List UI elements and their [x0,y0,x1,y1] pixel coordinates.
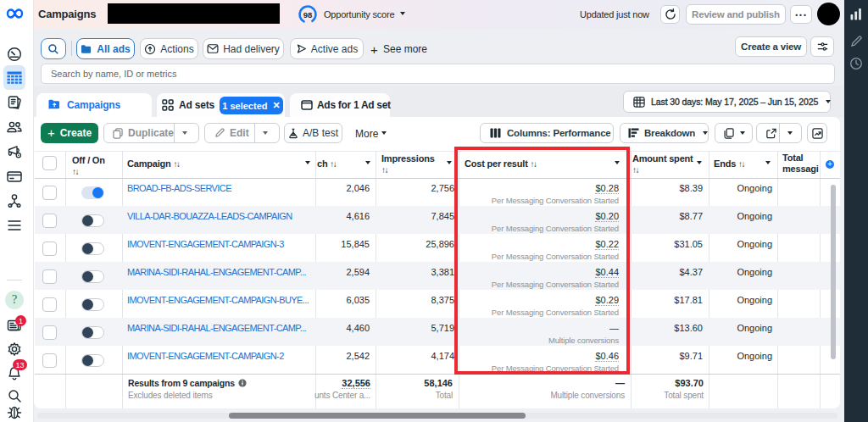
svg-text:98: 98 [303,10,313,19]
